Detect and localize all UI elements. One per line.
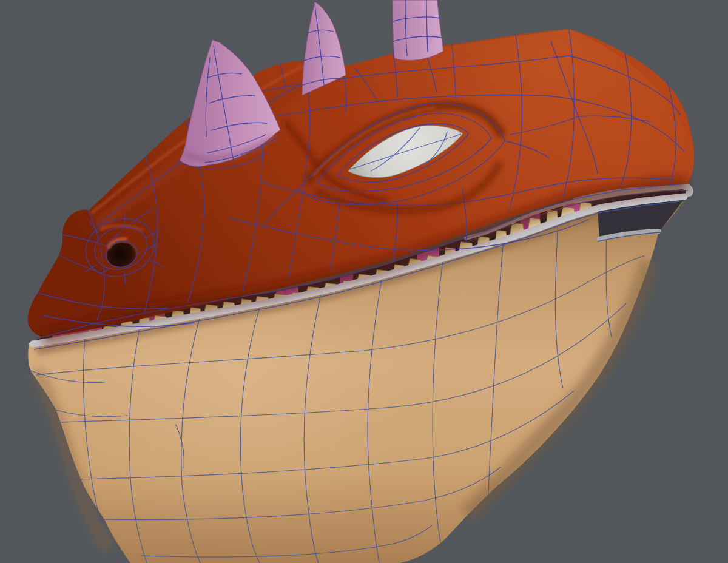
tooth [153, 315, 169, 325]
tooth [204, 305, 220, 315]
tooth [255, 296, 271, 306]
tooth [510, 223, 525, 238]
viewport-canvas[interactable] [0, 0, 728, 563]
tooth [426, 255, 440, 264]
tooth [496, 230, 508, 243]
tooth [477, 237, 491, 249]
shaded-viewport[interactable] [0, 0, 728, 563]
tooth [292, 292, 305, 299]
tooth [324, 283, 338, 291]
horn-back-surface[interactable] [393, 0, 443, 61]
tooth [241, 299, 254, 309]
tooth [579, 202, 593, 214]
tooth [273, 294, 287, 303]
tooth [88, 330, 101, 337]
model-horn-back[interactable] [393, 0, 443, 61]
tooth [547, 210, 559, 226]
tooth [445, 248, 457, 259]
tooth [190, 308, 203, 319]
tooth [306, 286, 322, 295]
tooth [459, 242, 474, 254]
tooth [171, 310, 185, 322]
tooth [408, 258, 423, 269]
tooth [394, 265, 406, 274]
tooth [528, 218, 542, 232]
tooth [357, 274, 372, 283]
tooth [102, 326, 118, 334]
tooth [561, 207, 576, 220]
tooth [222, 302, 236, 312]
tooth [375, 269, 389, 278]
